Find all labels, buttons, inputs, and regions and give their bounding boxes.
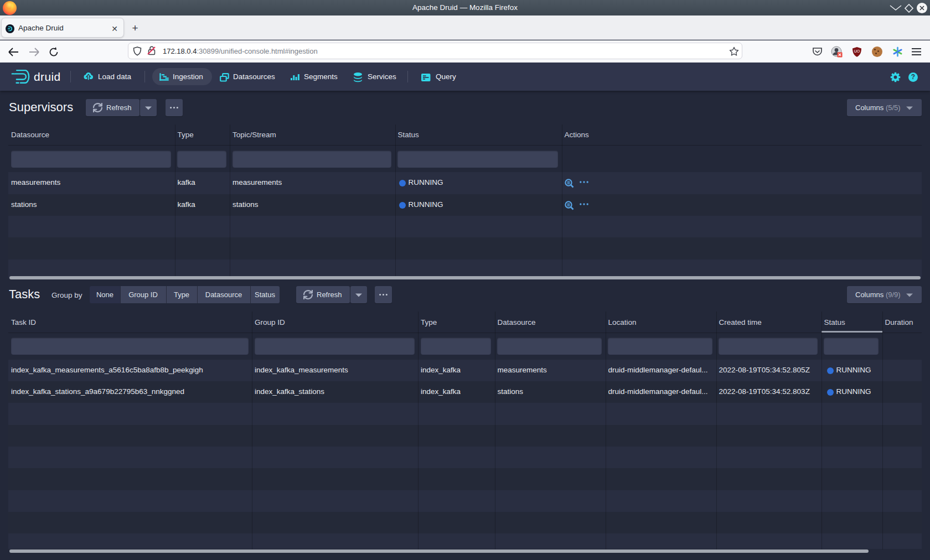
svg-text:UO: UO [854, 49, 860, 53]
